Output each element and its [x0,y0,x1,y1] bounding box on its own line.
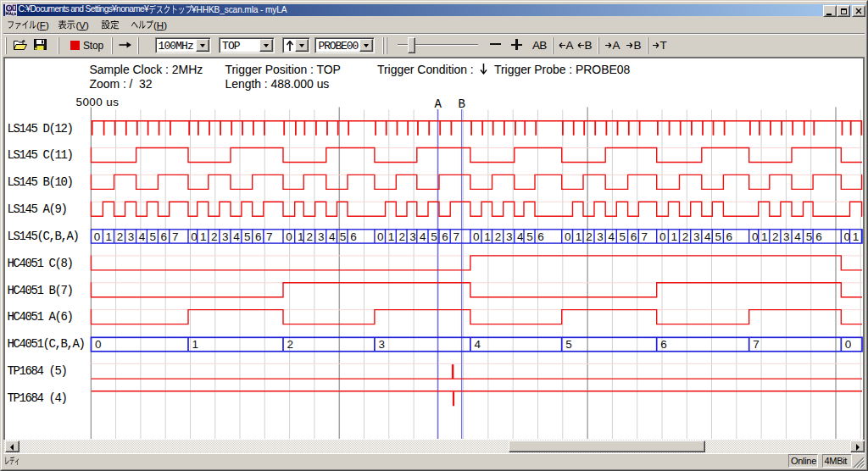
svg-text:6: 6 [161,230,168,243]
svg-text:5: 5 [620,230,626,243]
svg-text:2: 2 [772,230,779,243]
svg-text:5: 5 [244,230,251,243]
svg-text:0: 0 [95,338,102,351]
svg-text:4: 4 [474,338,481,351]
svg-text:5: 5 [526,230,533,243]
svg-text:7: 7 [753,338,760,351]
svg-text:2: 2 [682,230,689,243]
svg-text:2: 2 [399,230,406,243]
svg-text:0: 0 [565,230,571,243]
svg-text:4: 4 [329,230,336,243]
svg-text:1: 1 [106,230,113,243]
svg-text:3: 3 [693,230,700,243]
svg-text:1: 1 [200,230,207,243]
svg-text:2: 2 [586,230,593,243]
svg-text:6: 6 [726,230,733,243]
svg-text:4: 4 [139,230,146,243]
svg-text:4: 4 [517,230,524,243]
svg-text:0: 0 [659,230,666,243]
svg-text:5: 5 [806,230,813,243]
svg-text:7: 7 [172,230,179,243]
svg-text:4: 4 [608,230,615,243]
svg-text:1: 1 [484,230,491,243]
svg-text:2: 2 [287,338,294,351]
svg-text:3: 3 [128,230,135,243]
svg-text:5: 5 [340,230,347,243]
svg-text:6: 6 [350,230,357,243]
svg-text:0: 0 [286,230,292,243]
svg-text:3: 3 [378,338,385,351]
svg-text:0: 0 [844,230,851,243]
svg-text:4: 4 [704,230,711,243]
svg-text:5: 5 [715,230,722,243]
svg-text:2: 2 [211,230,218,243]
svg-text:7: 7 [642,230,648,243]
svg-text:0: 0 [94,230,101,243]
svg-text:1: 1 [576,230,582,243]
svg-text:3: 3 [597,230,604,243]
svg-text:0: 0 [473,230,480,243]
svg-text:1: 1 [298,230,304,243]
svg-text:6: 6 [442,230,448,243]
svg-text:6: 6 [660,338,667,351]
svg-text:4: 4 [794,230,801,243]
svg-text:4: 4 [420,230,426,243]
svg-text:4: 4 [233,230,240,243]
svg-text:3: 3 [222,230,229,243]
svg-text:1: 1 [192,338,199,351]
svg-text:3: 3 [506,230,513,243]
svg-text:1: 1 [388,230,395,243]
svg-text:5: 5 [565,338,572,351]
svg-text:0: 0 [191,230,198,243]
svg-text:0: 0 [752,230,759,243]
svg-text:1: 1 [761,230,768,243]
svg-text:5: 5 [431,230,437,243]
svg-text:2: 2 [117,230,124,243]
svg-text:3: 3 [409,230,416,243]
svg-text:6: 6 [255,230,262,243]
svg-text:7: 7 [453,230,459,243]
svg-text:1: 1 [671,230,678,243]
svg-text:6: 6 [631,230,637,243]
svg-text:6: 6 [815,230,822,243]
svg-text:2: 2 [495,230,502,243]
svg-text:3: 3 [318,230,325,243]
svg-text:2: 2 [306,230,313,243]
svg-text:7: 7 [266,230,273,243]
svg-text:3: 3 [783,230,790,243]
svg-text:6: 6 [537,230,544,243]
svg-text:0: 0 [845,338,852,351]
svg-text:5: 5 [150,230,157,243]
svg-text:0: 0 [377,230,384,243]
svg-text:1: 1 [853,230,860,243]
